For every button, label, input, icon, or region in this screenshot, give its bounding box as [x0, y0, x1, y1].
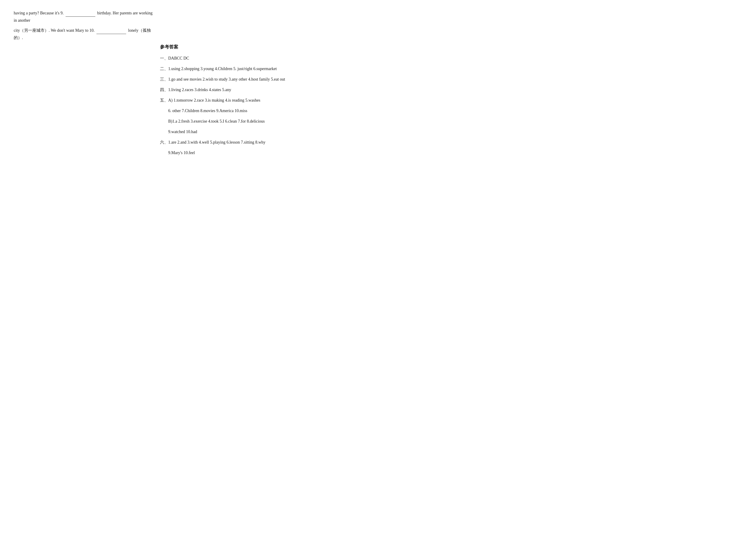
answer-sections: 一、DABCC DC二、1.using 2.shopping 3.young 4… — [160, 54, 742, 157]
blank-9 — [66, 9, 95, 17]
answer-section-4: 五、A) 1.tomorrow 2.race 3.is making 4.is … — [160, 96, 742, 104]
blank-10 — [96, 26, 126, 34]
section-label-2: 三、 — [160, 77, 168, 82]
top-line1-before: having a party? Because it's 9. — [14, 11, 64, 15]
section-content-1: 1.using 2.shopping 3.young 4.Children 5.… — [168, 66, 277, 71]
section-label-4: 五、 — [160, 98, 168, 103]
section-label-8: 六、 — [160, 140, 168, 144]
section-content-4: A) 1.tomorrow 2.race 3.is making 4.is re… — [168, 98, 260, 103]
section-content-9: 9.Mary's 10.feel — [168, 150, 195, 155]
answer-section-6: B)1.a 2.fresh 3.exercise 4.took 5.I 6.cl… — [160, 117, 742, 125]
section-content-3: 1.living 2.races 3.drinks 4.states 5.any — [168, 88, 231, 92]
section-content-6: B)1.a 2.fresh 3.exercise 4.took 5.I 6.cl… — [168, 119, 265, 123]
top-line2-before: city（另一座城市）. We don't want Mary to 10. — [14, 28, 94, 33]
answer-section-8: 六、1.are 2.and 3.with 4.well 5.playing 6.… — [160, 138, 742, 146]
section-content-2: 1.go and see movies 2.wish to study 3.an… — [168, 77, 285, 82]
section-content-8: 1.are 2.and 3.with 4.well 5.playing 6.le… — [168, 140, 265, 144]
answer-section-5: 6. other 7.Children 8.movies 9.America 1… — [160, 107, 742, 115]
section-content-0: DABCC DC — [168, 56, 189, 61]
section-content-7: 9.watched 10.had — [168, 129, 197, 134]
answer-section-2: 三、1.go and see movies 2.wish to study 3.… — [160, 75, 742, 83]
answer-section-0: 一、DABCC DC — [160, 54, 742, 62]
answer-section-3: 四、1.living 2.races 3.drinks 4.states 5.a… — [160, 86, 742, 94]
answer-section-7: 9.watched 10.had — [160, 128, 742, 136]
top-line2: city（另一座城市）. We don't want Mary to 10. l… — [14, 26, 155, 41]
section-label-0: 一、 — [160, 56, 168, 61]
answer-section-1: 二、1.using 2.shopping 3.young 4.Children … — [160, 64, 742, 73]
section-content-5: 6. other 7.Children 8.movies 9.America 1… — [168, 109, 247, 113]
answer-title: 参考答案 — [160, 44, 742, 50]
answer-section-9: 9.Mary's 10.feel — [160, 149, 742, 157]
section-label-1: 二、 — [160, 66, 168, 71]
right-column: 参考答案 一、DABCC DC二、1.using 2.shopping 3.yo… — [160, 44, 742, 159]
section-label-3: 四、 — [160, 88, 168, 92]
top-paragraph: having a party? Because it's 9. birthday… — [14, 9, 155, 24]
page-layout: 参考答案 一、DABCC DC二、1.using 2.shopping 3.yo… — [14, 44, 742, 159]
